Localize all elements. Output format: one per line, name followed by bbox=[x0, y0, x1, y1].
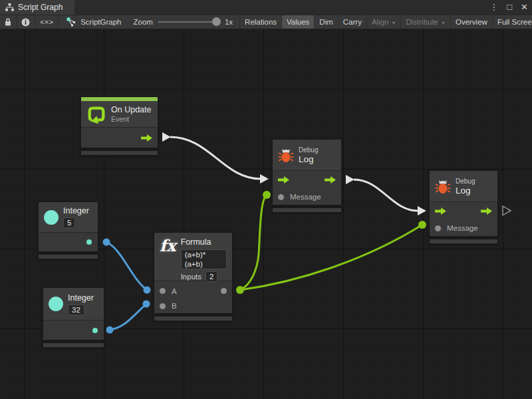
node-footer bbox=[272, 207, 342, 213]
window-more-icon[interactable]: ⋮ bbox=[489, 0, 498, 15]
integer-value-field[interactable]: 5 bbox=[63, 217, 75, 228]
info-icon bbox=[21, 18, 30, 27]
node-debug-log-1[interactable]: Debug Log Message bbox=[272, 139, 342, 213]
graph-canvas[interactable]: On Update Event Integer 5 bbox=[0, 29, 532, 399]
lock-button[interactable] bbox=[0, 15, 17, 29]
value-wire-blue-1[interactable] bbox=[106, 242, 147, 290]
flow-wire-end-arrow bbox=[418, 206, 426, 215]
node-title: Integer bbox=[68, 293, 94, 303]
wire-endpoint-blue bbox=[106, 327, 114, 334]
dim-button[interactable]: Dim bbox=[315, 15, 338, 29]
node-footer bbox=[43, 342, 104, 348]
port-a-label: A bbox=[172, 287, 177, 295]
zoom-slider[interactable] bbox=[158, 17, 219, 27]
node-title: Formula bbox=[181, 237, 227, 247]
node-category: Debug bbox=[456, 178, 475, 186]
node-formula[interactable]: fx Formula (a+b)*(a+b) Inputs 2 A bbox=[154, 232, 233, 321]
integer-value-field[interactable]: 32 bbox=[68, 305, 84, 315]
value-wire-green-1[interactable] bbox=[240, 195, 267, 290]
values-button[interactable]: Values bbox=[282, 15, 315, 29]
flow-input-port[interactable] bbox=[278, 176, 289, 184]
tab-script-graph[interactable]: Script Graph bbox=[0, 0, 74, 15]
relations-label: Relations bbox=[245, 18, 277, 26]
formula-expression-field[interactable]: (a+b)*(a+b) bbox=[181, 249, 227, 269]
code-view-button[interactable]: <×> bbox=[35, 15, 59, 29]
distribute-dropdown[interactable]: Distribute ▼ bbox=[401, 15, 451, 29]
carry-label: Carry bbox=[343, 18, 362, 26]
zoom-label: Zoom bbox=[134, 18, 153, 26]
formula-input-port-b[interactable] bbox=[160, 303, 166, 309]
formula-fx-icon: fx bbox=[160, 237, 176, 255]
integer-icon bbox=[49, 297, 63, 311]
window-close-icon[interactable]: ✕ bbox=[521, 0, 528, 15]
flow-input-port[interactable] bbox=[435, 207, 446, 215]
node-on-update[interactable]: On Update Event bbox=[80, 96, 158, 156]
node-title: Log bbox=[456, 186, 475, 196]
graph-name-area[interactable]: ScriptGraph bbox=[59, 15, 126, 29]
flow-output-port[interactable] bbox=[141, 134, 152, 142]
node-title: Log bbox=[299, 154, 318, 164]
wire-endpoint-blue bbox=[103, 239, 110, 246]
unconnected-flow-arrow[interactable] bbox=[503, 206, 511, 215]
node-integer-a[interactable]: Integer 5 bbox=[38, 201, 98, 259]
wire-endpoint-green bbox=[263, 191, 271, 199]
align-dropdown[interactable]: Align ▼ bbox=[367, 15, 402, 29]
port-b-label: B bbox=[172, 302, 177, 310]
fullscreen-button[interactable]: Full Screen bbox=[493, 15, 532, 29]
message-input-port[interactable] bbox=[278, 194, 284, 200]
flow-wire-end-arrow bbox=[260, 174, 269, 184]
node-title: On Update bbox=[111, 105, 151, 115]
relations-button[interactable]: Relations bbox=[240, 15, 282, 29]
overview-label: Overview bbox=[456, 18, 487, 26]
dim-label: Dim bbox=[319, 18, 332, 26]
inputs-label: Inputs bbox=[181, 273, 201, 281]
value-wire-green-2[interactable] bbox=[240, 225, 422, 290]
node-integer-b[interactable]: Integer 32 bbox=[43, 287, 104, 348]
flow-output-port[interactable] bbox=[325, 176, 336, 184]
loop-event-icon bbox=[86, 104, 106, 124]
lock-icon bbox=[5, 18, 11, 26]
graph-name-label: ScriptGraph bbox=[80, 18, 121, 26]
title-bar: Script Graph ⋮ □ ✕ bbox=[0, 0, 532, 15]
node-footer bbox=[154, 316, 233, 321]
node-footer bbox=[38, 254, 98, 259]
values-label: Values bbox=[287, 18, 309, 26]
zoom-value: 1x bbox=[225, 18, 233, 26]
formula-output-port[interactable] bbox=[221, 288, 227, 294]
integer-output-port[interactable] bbox=[92, 328, 98, 333]
wire-endpoint-blue bbox=[144, 287, 151, 294]
distribute-label: Distribute bbox=[406, 18, 438, 26]
zoom-control: Zoom 1x bbox=[127, 15, 240, 29]
window-maximize-icon[interactable]: □ bbox=[507, 0, 512, 15]
integer-icon bbox=[44, 210, 59, 225]
message-label: Message bbox=[447, 224, 478, 232]
info-button[interactable] bbox=[17, 15, 35, 29]
formula-input-port-a[interactable] bbox=[160, 288, 166, 294]
node-category: Debug bbox=[299, 146, 318, 154]
message-input-port[interactable] bbox=[435, 225, 441, 231]
wire-endpoint-green bbox=[236, 286, 244, 294]
node-subtitle: Event bbox=[111, 115, 151, 123]
bug-icon bbox=[278, 148, 294, 163]
node-debug-log-2[interactable]: Debug Log Message bbox=[429, 170, 498, 244]
wire-endpoint-blue bbox=[143, 301, 150, 308]
graph-toolbar: <×> ScriptGraph Zoom 1x Relations Values… bbox=[0, 15, 532, 29]
integer-output-port[interactable] bbox=[86, 239, 92, 245]
flow-wire-start-arrow bbox=[162, 132, 171, 142]
zoom-slider-handle[interactable] bbox=[212, 17, 221, 26]
wire-endpoint-green bbox=[418, 221, 426, 229]
tab-title: Script Graph bbox=[18, 3, 63, 12]
chevron-down-icon: ▼ bbox=[392, 21, 396, 25]
chevron-down-icon: ▼ bbox=[441, 21, 446, 25]
flow-wire-1[interactable] bbox=[170, 137, 261, 179]
bug-icon bbox=[435, 179, 451, 194]
value-wire-blue-2[interactable] bbox=[110, 304, 146, 330]
code-icon: <×> bbox=[40, 18, 53, 26]
inputs-count-field[interactable]: 2 bbox=[205, 271, 217, 282]
flow-output-port[interactable] bbox=[481, 207, 492, 215]
carry-button[interactable]: Carry bbox=[338, 15, 367, 29]
flow-wire-2[interactable] bbox=[354, 180, 418, 211]
script-graph-icon bbox=[66, 17, 76, 27]
overview-button[interactable]: Overview bbox=[451, 15, 493, 29]
node-footer bbox=[80, 150, 158, 156]
